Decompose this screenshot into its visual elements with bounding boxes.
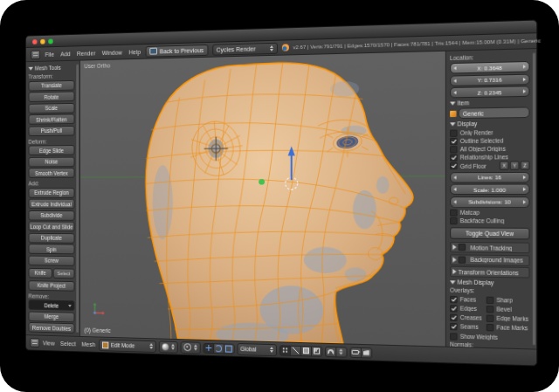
merge-button[interactable]: Merge [29, 311, 75, 322]
properties-scrollbar[interactable] [533, 52, 535, 345]
menu-window[interactable]: Window [102, 49, 122, 55]
relationship-lines-checkbox[interactable] [450, 154, 457, 161]
overlay-seams-checkbox[interactable] [450, 322, 457, 329]
extrude-region-button[interactable]: Extrude Region [29, 188, 75, 198]
view-name-label: User Ortho [85, 63, 111, 70]
axis-toggle-x[interactable]: X [500, 161, 509, 169]
pivot-point-icon [183, 343, 191, 351]
rotate-button[interactable]: Rotate [29, 91, 75, 102]
scale-slider[interactable]: Scale: 1.000 [450, 184, 529, 196]
shrink-flatten-button[interactable]: Shrink/Flatten [29, 113, 75, 124]
remove-doubles-button[interactable]: Remove Doubles [29, 322, 75, 334]
motion-tracking-checkbox[interactable] [459, 244, 466, 251]
show-weights-checkbox[interactable] [450, 333, 457, 340]
overlay-edges-checkbox[interactable] [450, 305, 457, 312]
viewport-shading-dropdown[interactable] [158, 340, 177, 353]
face-select-button[interactable] [300, 346, 312, 356]
pivot-dropdown[interactable] [180, 341, 200, 354]
object-name-field[interactable]: Generic [459, 107, 530, 119]
smooth-vertex-button[interactable]: Smooth Vertex [29, 168, 75, 178]
panel-background-images[interactable]: Background Images [450, 254, 529, 266]
duplicate-button[interactable]: Duplicate [29, 232, 75, 243]
limit-to-visible-toggle[interactable] [311, 346, 322, 356]
display-sliders: Lines: 16Scale: 1.000Subdivisions: 10 [450, 171, 529, 207]
backface-culling-checkbox[interactable] [450, 217, 457, 224]
screen-background: FileAddRenderWindowHelp Back to Previous… [0, 0, 559, 392]
menu-render[interactable]: Render [77, 50, 95, 56]
viewport-3d[interactable]: User Ortho (0) Generic [80, 52, 445, 347]
knife-project-button[interactable]: Knife Project [29, 280, 75, 291]
overlay-faces-checkbox[interactable] [450, 295, 457, 302]
zoom-button[interactable] [48, 38, 52, 44]
axis-toggle-z[interactable]: Z [521, 161, 530, 170]
close-button[interactable] [32, 39, 37, 45]
axis-toggle-y[interactable]: Y [510, 161, 520, 170]
orientation-dropdown[interactable]: Global [237, 342, 276, 355]
collapsed-panels: Motion TrackingBackground ImagesTransfor… [450, 242, 529, 279]
panel-transform-orientations[interactable]: Transform Orientations [450, 266, 529, 279]
display-panel-header[interactable]: Display [450, 120, 529, 127]
grid-floor-checkbox[interactable] [450, 162, 457, 169]
outline-selected-checkbox[interactable] [450, 137, 457, 144]
knife-select-button[interactable]: Select [53, 268, 75, 279]
translate-axis-icon [205, 345, 211, 351]
extrude-individual-button[interactable]: Extrude Individual [29, 199, 75, 210]
menu-help[interactable]: Help [128, 49, 141, 55]
menu-mesh[interactable]: Mesh [81, 341, 95, 347]
editor-type-button[interactable] [30, 338, 39, 347]
toggle-quad-view-button[interactable]: Toggle Quad View [450, 227, 529, 239]
menu-select[interactable]: Select [60, 340, 76, 347]
overlay-bevel-checkbox[interactable] [487, 306, 494, 313]
opengl-render-anim-button[interactable] [361, 347, 372, 358]
mode-dropdown[interactable]: Edit Mode [99, 339, 156, 353]
overlay-face-marks-row: Face Marks [487, 323, 530, 333]
only-render-checkbox[interactable] [450, 129, 457, 136]
overlay-edges-row: Edges [450, 304, 487, 313]
item-panel-header[interactable]: Item [450, 99, 529, 107]
tool-shelf-scrollbar[interactable] [76, 64, 79, 333]
render-engine-dropdown[interactable]: Cycles Render [212, 42, 278, 55]
screw-button[interactable]: Screw [29, 255, 75, 265]
location-z-slider[interactable]: Z: 0.2345 [450, 86, 529, 98]
background-images-checkbox[interactable] [459, 256, 466, 263]
location-x-slider[interactable]: X: 0.3648 [450, 61, 529, 74]
spin-button[interactable]: Spin [29, 244, 75, 254]
scale-axis-icon [225, 345, 232, 352]
all-object-origins-checkbox[interactable] [450, 146, 457, 153]
menu-file[interactable]: File [45, 51, 54, 57]
subdivide-button[interactable]: Subdivide [29, 210, 75, 221]
opengl-render-still-button[interactable] [349, 347, 361, 358]
location-y-slider[interactable]: Y: 0.7316 [450, 73, 529, 86]
snap-toggle[interactable] [325, 346, 336, 357]
menu-view[interactable]: View [43, 340, 55, 346]
noise-button[interactable]: Noise [29, 156, 75, 167]
back-to-previous-button[interactable]: Back to Previous [146, 44, 208, 57]
mesh-display-panel-header[interactable]: Mesh Display [450, 279, 529, 286]
overlays-grid: FacesSharpEdgesBevelCreasesEdge MarksSea… [450, 295, 529, 333]
minimize-button[interactable] [40, 38, 45, 44]
overlay-face-marks-checkbox[interactable] [487, 323, 494, 331]
overlay-creases-checkbox[interactable] [450, 313, 457, 320]
menu-add[interactable]: Add [60, 51, 70, 57]
panel-motion-tracking[interactable]: Motion Tracking [450, 242, 529, 253]
lines-slider[interactable]: Lines: 16 [450, 171, 529, 182]
knife-button[interactable]: Knife [29, 267, 52, 278]
snap-element-dropdown[interactable] [335, 347, 347, 358]
overlay-sharp-checkbox[interactable] [487, 296, 494, 303]
translate-button[interactable]: Translate [29, 79, 75, 91]
scale-button[interactable]: Scale [29, 102, 75, 113]
scale-manipulator-toggle[interactable] [224, 343, 235, 354]
push-pull-button[interactable]: Push/Pull [29, 125, 75, 135]
subdivisions-slider[interactable]: Subdivisions: 10 [450, 196, 529, 208]
transform-orientations-label: Transform Orientations [459, 268, 519, 275]
editor-type-icon[interactable] [31, 50, 40, 59]
tool-shelf-groups: Transform:TranslateRotateScaleShrink/Fla… [29, 72, 75, 336]
select-mode-group [280, 345, 322, 357]
mesh-tools-panel-header[interactable]: Mesh Tools [29, 65, 75, 72]
delete-button[interactable]: Delete [29, 299, 75, 311]
overlay-edge-marks-checkbox[interactable] [487, 314, 494, 322]
loop-cut-and-slide-button[interactable]: Loop Cut and Slide [29, 221, 75, 231]
rotate-manipulator-toggle[interactable] [213, 343, 224, 354]
edge-slide-button[interactable]: Edge Slide [29, 145, 75, 155]
matcap-checkbox[interactable] [450, 209, 457, 216]
